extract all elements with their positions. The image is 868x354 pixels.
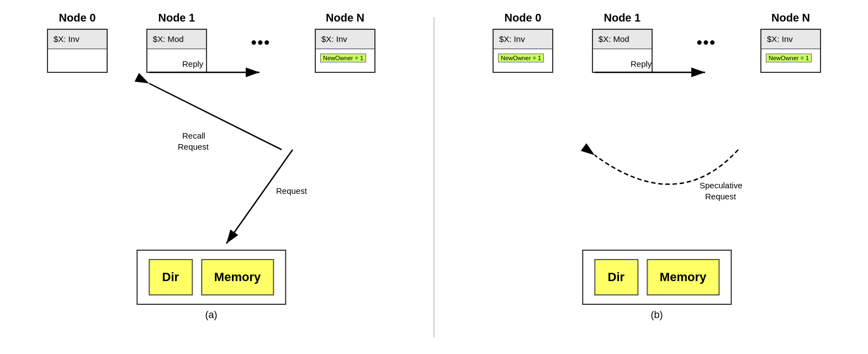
reply-label-a: Reply bbox=[182, 59, 204, 68]
main-container: Node 0 $X: Inv Node 1 $X: Mod ••• bbox=[0, 0, 868, 354]
dir-box-a: Dir bbox=[149, 259, 193, 295]
memory-box-a: Dir Memory bbox=[136, 250, 286, 305]
recall-request-label-a: Recall bbox=[182, 131, 205, 140]
divider bbox=[433, 17, 435, 337]
caption-a: (a) bbox=[205, 309, 217, 321]
dir-box-b: Dir bbox=[594, 259, 638, 295]
mem-box-b: Memory bbox=[647, 259, 719, 295]
svg-line-4 bbox=[226, 150, 293, 244]
diagram-b: Node 0 $X: Inv NewOwner = 1 Node 1 $X: M… bbox=[468, 12, 846, 343]
memory-box-wrapper-b: Dir Memory (b) bbox=[582, 250, 732, 321]
mem-box-a: Memory bbox=[201, 259, 274, 295]
diagram-a: Node 0 $X: Inv Node 1 $X: Mod ••• bbox=[22, 12, 400, 343]
memory-box-wrapper-a: Dir Memory (a) bbox=[136, 250, 286, 321]
reply-label-b: Reply bbox=[631, 59, 652, 68]
speculative-request-label-b: Speculative bbox=[700, 181, 743, 190]
request-label-a: Request bbox=[276, 186, 308, 196]
caption-b: (b) bbox=[650, 309, 663, 321]
svg-line-3 bbox=[149, 83, 282, 150]
memory-box-b: Dir Memory bbox=[582, 250, 732, 305]
recall-request-label-a2: Request bbox=[178, 142, 209, 151]
speculative-request-label-b2: Request bbox=[705, 192, 737, 201]
